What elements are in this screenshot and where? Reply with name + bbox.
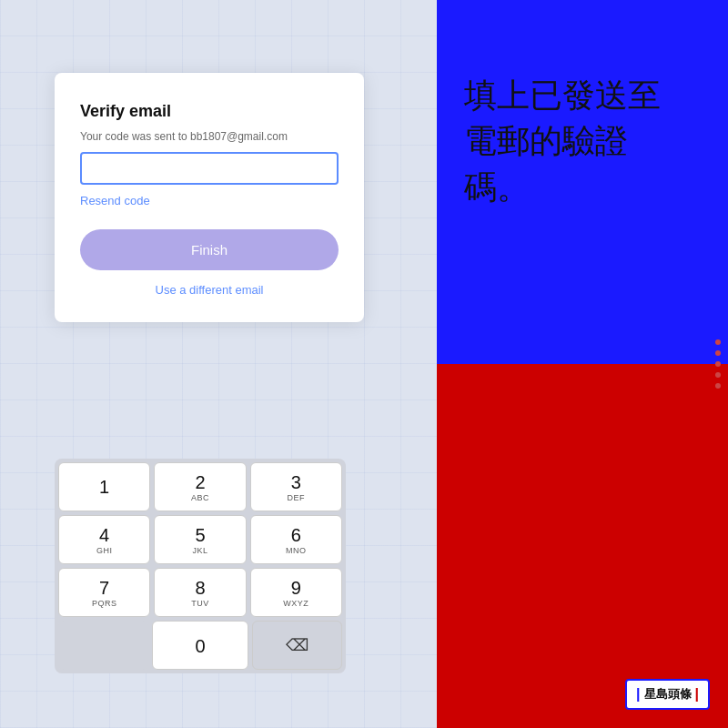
- numeric-keypad: 1 2 ABC 3 DEF 4 GHI 5 JKL 6 MNO 7 PQRS: [55, 459, 346, 673]
- key-2[interactable]: 2 ABC: [154, 462, 246, 511]
- dot-1: [715, 339, 721, 345]
- decorative-dots: [715, 339, 721, 389]
- key-6[interactable]: 6 MNO: [250, 515, 342, 564]
- dot-4: [715, 372, 721, 378]
- finish-button[interactable]: Finish: [80, 229, 339, 270]
- key-3[interactable]: 3 DEF: [250, 462, 342, 511]
- brand-bracket-left: |: [636, 686, 640, 703]
- key-1[interactable]: 1: [58, 462, 150, 511]
- key-empty: [58, 621, 148, 670]
- dot-3: [715, 361, 721, 367]
- bg-right-bottom-panel: [437, 364, 728, 728]
- keypad-row-1: 1 2 ABC 3 DEF: [58, 462, 342, 511]
- key-0[interactable]: 0: [152, 621, 249, 670]
- keypad-row-3: 7 PQRS 8 TUV 9 WXYZ: [58, 568, 342, 617]
- delete-icon: ⌫: [286, 635, 308, 655]
- brand-bracket-right: |: [695, 686, 699, 703]
- code-input[interactable]: [80, 152, 339, 185]
- keypad-row-2: 4 GHI 5 JKL 6 MNO: [58, 515, 342, 564]
- key-4[interactable]: 4 GHI: [58, 515, 150, 564]
- key-8[interactable]: 8 TUV: [154, 568, 246, 617]
- dot-2: [715, 350, 721, 356]
- different-email-link[interactable]: Use a different email: [80, 283, 339, 297]
- card-subtitle: Your code was sent to bb1807@gmail.com: [80, 130, 339, 143]
- key-7[interactable]: 7 PQRS: [58, 568, 150, 617]
- verify-email-card: Verify email Your code was sent to bb180…: [55, 73, 364, 322]
- key-delete[interactable]: ⌫: [252, 621, 342, 670]
- dot-5: [715, 383, 721, 389]
- key-9[interactable]: 9 WXYZ: [250, 568, 342, 617]
- resend-code-link[interactable]: Resend code: [80, 194, 150, 207]
- keypad-row-4: 0 ⌫: [58, 621, 342, 670]
- brand-text: 星島頭條: [644, 686, 692, 703]
- key-5[interactable]: 5 JKL: [154, 515, 246, 564]
- brand-badge: | 星島頭條 |: [625, 679, 710, 710]
- card-title: Verify email: [80, 102, 339, 121]
- chinese-description: 填上已發送至電郵的驗證碼。: [464, 73, 701, 210]
